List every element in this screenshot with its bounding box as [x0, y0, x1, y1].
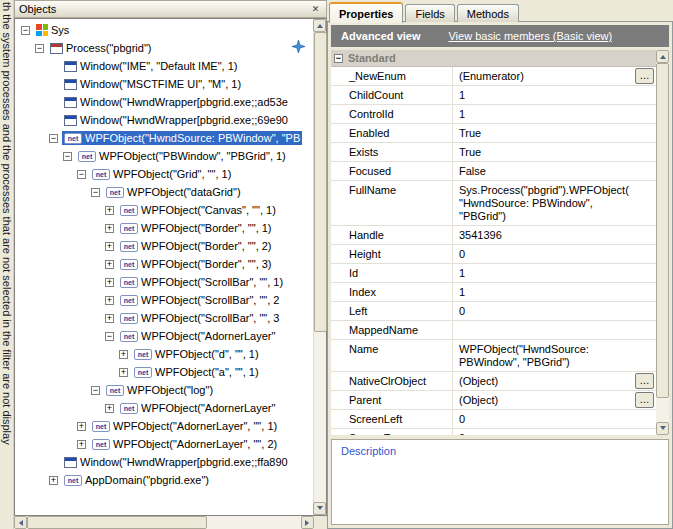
tree-node[interactable]: − net WPFObject("HwndSource: PBWindow", …	[15, 129, 313, 147]
net-icon: net	[120, 277, 138, 288]
property-row[interactable]: Index 1	[331, 283, 656, 302]
basic-view-link[interactable]: View basic members (Basic view)	[448, 30, 612, 42]
process-icon	[50, 43, 63, 54]
expander-icon[interactable]: −	[91, 386, 100, 395]
tree-node[interactable]: + net WPFObject("Border", "", 3)	[15, 255, 313, 273]
scroll-thumb[interactable]	[656, 63, 669, 398]
expander-icon[interactable]: −	[105, 332, 114, 341]
expander-icon[interactable]: +	[105, 404, 114, 413]
expander-icon[interactable]: +	[105, 296, 114, 305]
tab-fields[interactable]: Fields	[405, 4, 454, 22]
tree-node[interactable]: + net WPFObject("ScrollBar", "", 2	[15, 291, 313, 309]
tree-node[interactable]: + net WPFObject("a", "", 1)	[15, 363, 313, 381]
scroll-up-button[interactable]	[656, 50, 669, 63]
property-row[interactable]: Left 0	[331, 302, 656, 321]
property-row[interactable]: FullName Sys.Process("pbgrid").WPFObject…	[331, 181, 656, 226]
tree-node[interactable]: + net WPFObject("AdornerLayer"	[15, 399, 313, 417]
scroll-down-button[interactable]	[656, 422, 669, 435]
expander-icon[interactable]: +	[105, 278, 114, 287]
object-browser-window: th the system processes and the processe…	[0, 0, 673, 529]
scroll-right-button[interactable]	[301, 516, 314, 529]
tree-node[interactable]: + net WPFObject("Border", "", 1)	[15, 219, 313, 237]
close-icon[interactable]: ✕	[309, 3, 322, 16]
tree-node[interactable]: − net WPFObject("AdornerLayer"	[15, 327, 313, 345]
tree-node-label: WPFObject("Border", "", 1)	[141, 222, 272, 234]
expander-icon[interactable]: +	[77, 422, 86, 431]
property-name: ControlId	[331, 105, 453, 123]
scroll-thumb[interactable]	[27, 516, 207, 529]
property-row[interactable]: Handle 3541396	[331, 226, 656, 245]
scroll-up-button[interactable]	[313, 19, 326, 32]
tree-node-label: WPFObject("AdornerLayer", "", 2)	[113, 438, 277, 450]
grid-vertical-scrollbar[interactable]	[656, 50, 669, 435]
property-row[interactable]: ScreenLeft 0	[331, 410, 656, 429]
tree-node[interactable]: + net WPFObject("ScrollBar", "", 1)	[15, 273, 313, 291]
tree-node[interactable]: − Sys	[15, 21, 313, 39]
tab-properties[interactable]: Properties	[329, 2, 403, 23]
tab-methods[interactable]: Methods	[457, 4, 519, 22]
scroll-thumb[interactable]	[314, 32, 327, 332]
tree-node[interactable]: + net WPFObject("ScrollBar", "", 3	[15, 309, 313, 327]
property-row[interactable]: Enabled True	[331, 124, 656, 143]
expander-icon[interactable]: +	[105, 224, 114, 233]
ellipsis-button[interactable]: …	[635, 392, 654, 408]
collapse-icon[interactable]: −	[334, 54, 343, 63]
expander-icon[interactable]: −	[91, 188, 100, 197]
tree-vertical-scrollbar[interactable]	[313, 19, 326, 515]
property-row[interactable]: Id 1	[331, 264, 656, 283]
expander-icon[interactable]: +	[105, 314, 114, 323]
property-row[interactable]: Name WPFObject("HwndSource: PBWindow", "…	[331, 340, 656, 372]
tree-node[interactable]: Window("HwndWrapper[pbgrid.exe;;69e90	[15, 111, 313, 129]
expander-icon[interactable]: −	[49, 134, 58, 143]
tree-node[interactable]: + net WPFObject("AdornerLayer", "", 2)	[15, 435, 313, 453]
expander-icon[interactable]: +	[105, 242, 114, 251]
tree-node[interactable]: Window("HwndWrapper[pbgrid.exe;;ad53e	[15, 93, 313, 111]
expander-icon[interactable]: +	[119, 368, 128, 377]
property-name: ScreenLeft	[331, 410, 453, 428]
scroll-left-button[interactable]	[14, 516, 27, 529]
expander-icon[interactable]: +	[105, 260, 114, 269]
expander-icon[interactable]: −	[21, 26, 30, 35]
property-value: 3541396	[459, 229, 502, 241]
property-row[interactable]: ChildCount 1	[331, 86, 656, 105]
tree-node[interactable]: − net WPFObject("PBWindow", "PBGrid", 1)	[15, 147, 313, 165]
tree-node[interactable]: + net AppDomain("pbgrid.exe")	[15, 471, 313, 489]
tree-node[interactable]: − Process("pbgrid")	[15, 39, 313, 57]
tree-node[interactable]: Window("HwndWrapper[pbgrid.exe;;ffa890	[15, 453, 313, 471]
tree-node[interactable]: + net WPFObject("Canvas", "", 1)	[15, 201, 313, 219]
property-row[interactable]: ControlId 1	[331, 105, 656, 124]
expander-icon[interactable]: −	[63, 152, 72, 161]
tree-node[interactable]: + net WPFObject("d", "", 1)	[15, 345, 313, 363]
expander-icon[interactable]: +	[105, 206, 114, 215]
property-row[interactable]: Exists True	[331, 143, 656, 162]
ellipsis-button[interactable]: …	[635, 373, 654, 389]
tree-node-label: Window("MSCTFIME UI", "M", 1)	[80, 78, 241, 90]
property-row[interactable]: Height 0	[331, 245, 656, 264]
tree-node[interactable]: Window("MSCTFIME UI", "M", 1)	[15, 75, 313, 93]
tree-node-label: WPFObject("ScrollBar", "", 1)	[141, 276, 283, 288]
tree-node[interactable]: − net WPFObject("Grid", "", 1)	[15, 165, 313, 183]
scroll-down-button[interactable]	[313, 502, 326, 515]
property-row[interactable]: Parent (Object) …	[331, 391, 656, 410]
net-icon: net	[120, 259, 138, 270]
expander-icon[interactable]: +	[77, 440, 86, 449]
expander-icon[interactable]: +	[119, 350, 128, 359]
property-row[interactable]: ScreenTop 0	[331, 429, 656, 435]
property-row[interactable]: MappedName	[331, 321, 656, 340]
docked-panel-tab[interactable]: th the system processes and the processe…	[0, 0, 14, 529]
property-name: MappedName	[331, 321, 453, 339]
expander-icon[interactable]: −	[77, 170, 86, 179]
tree-node-label: Window("HwndWrapper[pbgrid.exe;;ad53e	[80, 96, 288, 108]
tree-node[interactable]: + net WPFObject("Border", "", 2)	[15, 237, 313, 255]
property-row[interactable]: _NewEnum (Enumerator) …	[331, 67, 656, 86]
tree-node[interactable]: − net WPFObject("log")	[15, 381, 313, 399]
expander-icon[interactable]: −	[35, 44, 44, 53]
tree-horizontal-scrollbar[interactable]	[14, 516, 314, 529]
tree-node[interactable]: − net WPFObject("dataGrid")	[15, 183, 313, 201]
property-row[interactable]: NativeClrObject (Object) …	[331, 372, 656, 391]
property-row[interactable]: Focused False	[331, 162, 656, 181]
tree-node[interactable]: Window("IME", "Default IME", 1)	[15, 57, 313, 75]
ellipsis-button[interactable]: …	[635, 68, 654, 84]
expander-icon[interactable]: +	[49, 476, 58, 485]
tree-node[interactable]: + net WPFObject("AdornerLayer", "", 1)	[15, 417, 313, 435]
